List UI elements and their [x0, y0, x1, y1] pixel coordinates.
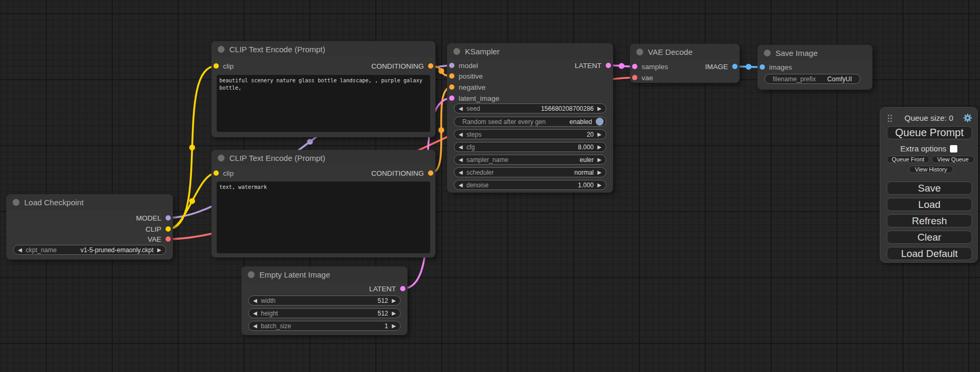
comfy-menu-panel[interactable]: Queue size: 0 Queue Prompt Extra options… [880, 107, 978, 263]
widget-cfg[interactable]: ◀ cfg 8.000 ▶ [454, 142, 606, 152]
node-title: KSampler [465, 47, 500, 56]
view-queue-button[interactable]: View Queue [932, 156, 974, 163]
queue-front-button[interactable]: Queue Front [887, 156, 929, 163]
load-default-button[interactable]: Load Default [887, 247, 972, 260]
collapse-dot-icon[interactable] [453, 48, 460, 55]
negative-prompt-textarea[interactable]: text, watermark [217, 182, 430, 253]
output-pin-conditioning[interactable] [428, 170, 433, 176]
prev-value-arrow[interactable]: ◀ [253, 323, 257, 329]
link-midpoint-dot-image[interactable] [746, 64, 752, 70]
extra-options-label: Extra options [900, 144, 947, 153]
widget-batch-size[interactable]: ◀ batch_size 1 ▶ [248, 321, 401, 331]
prev-value-arrow[interactable]: ◀ [459, 145, 463, 150]
input-slot-model: model LATENT [447, 60, 613, 71]
input-slot-latent-image: latent_image [447, 93, 613, 103]
output-pin-model[interactable] [166, 215, 171, 221]
prev-value-arrow[interactable]: ◀ [18, 247, 22, 253]
next-value-arrow[interactable]: ▶ [597, 170, 601, 175]
link-midpoint-dot-clip-to-negative-prompt[interactable] [189, 198, 195, 204]
link-midpoint-dot-model[interactable] [307, 139, 313, 145]
node-ksampler[interactable]: KSampler model LATENT positive negative … [447, 43, 613, 193]
widget-random-seed-toggle[interactable]: Random seed after every gen enabled [454, 117, 606, 127]
widget-scheduler[interactable]: ◀ scheduler normal ▶ [454, 167, 606, 177]
widget-filename-prefix[interactable]: filename_prefix ComfyUI [764, 74, 860, 84]
collapse-dot-icon[interactable] [13, 199, 20, 206]
next-value-arrow[interactable]: ▶ [392, 311, 396, 316]
menu-header: Queue size: 0 [880, 113, 977, 123]
widget-height[interactable]: ◀ height 512 ▶ [248, 308, 401, 318]
node-title-bar[interactable]: Load Checkpoint [6, 194, 173, 210]
prev-value-arrow[interactable]: ◀ [459, 132, 463, 137]
collapse-dot-icon[interactable] [218, 46, 225, 53]
queue-prompt-button[interactable]: Queue Prompt [887, 126, 972, 139]
next-value-arrow[interactable]: ▶ [597, 183, 601, 188]
input-slot-positive: positive [447, 71, 613, 81]
node-clip-text-encode-negative[interactable]: CLIP Text Encode (Prompt) clip CONDITION… [211, 150, 435, 257]
output-pin-clip[interactable] [166, 226, 171, 232]
prev-value-arrow[interactable]: ◀ [253, 298, 257, 303]
node-title-bar[interactable]: CLIP Text Encode (Prompt) [211, 150, 435, 166]
node-title-bar[interactable]: Save Image [758, 45, 872, 61]
prev-value-arrow[interactable]: ◀ [459, 183, 463, 188]
refresh-button[interactable]: Refresh [887, 214, 972, 227]
input-pin-images[interactable] [760, 64, 765, 70]
link-midpoint-dot-latent-to-samples[interactable] [619, 63, 625, 69]
toggle-knob[interactable] [596, 118, 604, 126]
node-title-bar[interactable]: Empty Latent Image [241, 266, 407, 282]
settings-gear-icon[interactable] [963, 113, 973, 123]
node-load-checkpoint[interactable]: Load Checkpoint MODEL CLIP VAE ◀ ckpt_na… [6, 194, 173, 260]
next-value-arrow[interactable]: ▶ [597, 145, 601, 150]
collapse-dot-icon[interactable] [636, 49, 643, 55]
collapse-dot-icon[interactable] [764, 50, 771, 56]
widget-steps[interactable]: ◀ steps 20 ▶ [454, 129, 606, 139]
output-pin-latent[interactable] [400, 286, 405, 291]
input-pin-model[interactable] [449, 63, 454, 68]
next-value-arrow[interactable]: ▶ [157, 247, 161, 253]
node-title-bar[interactable]: CLIP Text Encode (Prompt) [211, 41, 435, 57]
node-vae-decode[interactable]: VAE Decode samples IMAGE vae [630, 44, 740, 83]
slot-row-clip-conditioning: clip CONDITIONING [211, 168, 435, 178]
node-empty-latent-image[interactable]: Empty Latent Image LATENT ◀ width 512 ▶ … [241, 266, 407, 335]
load-button[interactable]: Load [887, 198, 972, 211]
link-midpoint-dot-conditioning-positive[interactable] [439, 68, 444, 74]
node-title-bar[interactable]: VAE Decode [630, 44, 740, 60]
output-pin-image[interactable] [732, 64, 738, 69]
collapse-dot-icon[interactable] [248, 271, 255, 278]
save-button[interactable]: Save [887, 182, 972, 195]
node-clip-text-encode-positive[interactable]: CLIP Text Encode (Prompt) clip CONDITION… [211, 41, 435, 137]
input-pin-clip[interactable] [214, 63, 219, 69]
node-title-bar[interactable]: KSampler [447, 43, 613, 59]
input-pin-samples[interactable] [632, 64, 637, 69]
link-midpoint-dot-clip-to-positive-prompt[interactable] [189, 145, 195, 150]
output-pin-vae[interactable] [166, 236, 171, 242]
widget-seed[interactable]: ◀ seed 156680208700286 ▶ [454, 103, 606, 113]
widget-width[interactable]: ◀ width 512 ▶ [248, 295, 401, 306]
widget-sampler-name[interactable]: ◀ sampler_name euler ▶ [454, 155, 606, 165]
input-pin-negative[interactable] [449, 84, 454, 90]
link-midpoint-dot-conditioning-negative[interactable] [439, 127, 444, 133]
next-value-arrow[interactable]: ▶ [392, 323, 396, 329]
prev-value-arrow[interactable]: ◀ [253, 311, 257, 316]
input-pin-vae[interactable] [632, 75, 637, 80]
widget-ckpt-name[interactable]: ◀ ckpt_name v1-5-pruned-emaonly.ckpt ▶ [13, 245, 166, 255]
clear-button[interactable]: Clear [887, 231, 972, 244]
output-pin-conditioning[interactable] [428, 63, 433, 69]
node-save-image[interactable]: Save Image images filename_prefix ComfyU… [758, 45, 872, 90]
next-value-arrow[interactable]: ▶ [597, 132, 601, 137]
collapse-dot-icon[interactable] [218, 155, 225, 161]
prev-value-arrow[interactable]: ◀ [459, 170, 463, 175]
prev-value-arrow[interactable]: ◀ [459, 106, 463, 111]
output-pin-latent[interactable] [606, 63, 611, 68]
prev-value-arrow[interactable]: ◀ [459, 157, 463, 163]
view-history-button[interactable]: View History [909, 166, 953, 173]
extra-options-checkbox[interactable] [950, 145, 957, 152]
input-pin-clip[interactable] [214, 170, 219, 176]
graph-canvas[interactable]: Load Checkpoint MODEL CLIP VAE ◀ ckpt_na… [0, 0, 980, 372]
next-value-arrow[interactable]: ▶ [597, 106, 601, 111]
next-value-arrow[interactable]: ▶ [597, 157, 601, 163]
positive-prompt-textarea[interactable]: beautiful scenery nature glass bottle la… [217, 75, 430, 132]
input-pin-positive[interactable] [449, 73, 454, 79]
next-value-arrow[interactable]: ▶ [392, 298, 396, 303]
widget-denoise[interactable]: ◀ denoise 1.000 ▶ [454, 180, 606, 190]
input-pin-latent-image[interactable] [449, 96, 454, 101]
